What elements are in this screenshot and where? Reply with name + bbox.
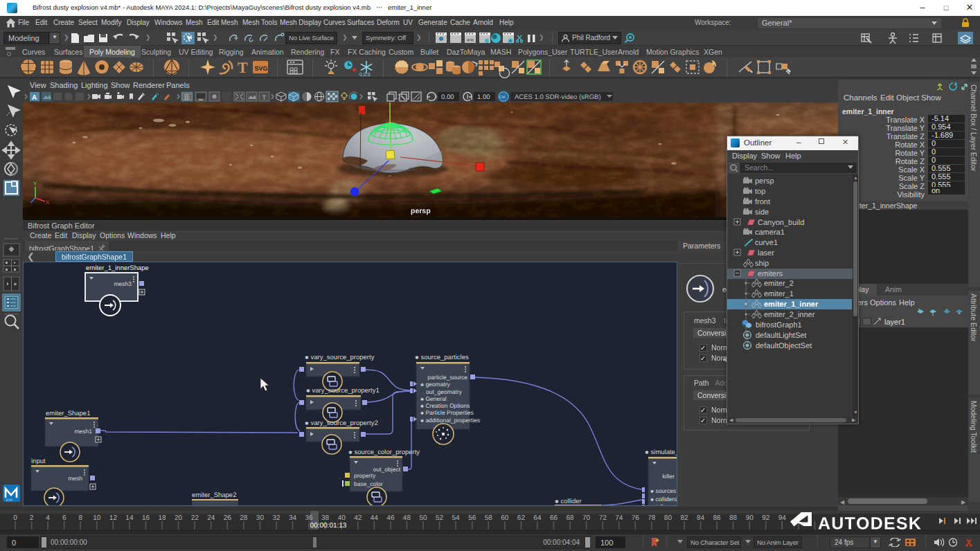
svg-text:✱ influences: ✱ influences xyxy=(650,503,677,505)
svg-text:Y: Y xyxy=(33,181,37,187)
svg-text:T: T xyxy=(262,94,267,101)
svg-text:42: 42 xyxy=(354,514,362,522)
svg-text:emiters: emiters xyxy=(758,270,783,278)
svg-text:emiter_Shape2: emiter_Shape2 xyxy=(192,491,236,499)
svg-text:80: 80 xyxy=(664,514,672,522)
svg-text:✱ sources: ✱ sources xyxy=(650,487,676,494)
svg-text:34: 34 xyxy=(289,514,297,522)
svg-text:64: 64 xyxy=(533,514,542,522)
svg-text:defaultObjectSet: defaultObjectSet xyxy=(756,342,812,350)
svg-text:✱ vary_source_property1: ✱ vary_source_property1 xyxy=(306,387,380,395)
svg-text:✱ Creation Options: ✱ Creation Options xyxy=(420,402,470,409)
svg-text:26: 26 xyxy=(224,514,232,522)
svg-text:✱ source_color_property: ✱ source_color_property xyxy=(348,449,420,456)
svg-text:12: 12 xyxy=(109,514,118,522)
svg-text:curve1: curve1 xyxy=(755,239,778,247)
svg-text:0.00: 0.00 xyxy=(441,93,454,101)
svg-text:1.00: 1.00 xyxy=(477,93,490,101)
svg-text:72: 72 xyxy=(599,514,607,522)
svg-text:ship: ship xyxy=(755,260,769,268)
svg-text:ACES 1.0 SDR-video (sRGB): ACES 1.0 SDR-video (sRGB) xyxy=(515,93,601,101)
svg-text:84: 84 xyxy=(697,514,705,522)
svg-text:30: 30 xyxy=(256,514,265,522)
svg-text:50: 50 xyxy=(419,514,427,522)
svg-text:AYA: AYA xyxy=(6,498,13,503)
svg-text:✱ General: ✱ General xyxy=(420,395,447,402)
svg-text:bifrostGraph1: bifrostGraph1 xyxy=(756,321,802,329)
svg-text:62: 62 xyxy=(517,514,526,522)
svg-text:44: 44 xyxy=(371,514,379,522)
svg-text:94: 94 xyxy=(778,514,787,522)
svg-text:✽ geomatry: ✽ geomatry xyxy=(420,381,451,388)
svg-text:A: A xyxy=(32,94,37,102)
svg-text:✱ Particle Properties: ✱ Particle Properties xyxy=(420,409,474,416)
svg-text:2: 2 xyxy=(30,514,34,522)
svg-text:particle_source: particle_source xyxy=(427,374,467,381)
svg-text:CM: CM xyxy=(499,96,506,100)
svg-text:X: X xyxy=(46,199,50,206)
svg-text:0: 0 xyxy=(13,514,17,522)
svg-text:out_geomatry: out_geomatry xyxy=(426,388,463,395)
svg-text:Canyon_build: Canyon_build xyxy=(758,219,804,227)
svg-text:18: 18 xyxy=(158,514,166,522)
svg-text:emiter_1_innerShape: emiter_1_innerShape xyxy=(86,264,149,272)
svg-text:10: 10 xyxy=(93,514,101,522)
svg-text:mesh1: mesh1 xyxy=(74,428,92,435)
svg-text:emiter_Shape1: emiter_Shape1 xyxy=(46,410,90,417)
svg-text:persp: persp xyxy=(411,207,431,215)
svg-text:32: 32 xyxy=(272,514,280,522)
svg-text:emiter_1_inner: emiter_1_inner xyxy=(764,300,819,309)
svg-text:mesh: mesh xyxy=(68,475,82,482)
svg-text:✱ collider: ✱ collider xyxy=(555,498,582,505)
svg-text:emiter_2_inner: emiter_2_inner xyxy=(764,311,815,319)
svg-text:side: side xyxy=(755,208,769,217)
svg-text:20: 20 xyxy=(175,514,183,522)
svg-text:mesh3: mesh3 xyxy=(114,280,132,287)
svg-text:88: 88 xyxy=(729,514,738,522)
svg-text:IPR: IPR xyxy=(467,38,474,43)
svg-text:16: 16 xyxy=(142,514,150,522)
svg-text:60: 60 xyxy=(501,514,509,522)
svg-text:base_color: base_color xyxy=(354,480,383,487)
svg-text:22: 22 xyxy=(191,514,199,522)
svg-text:52: 52 xyxy=(436,514,444,522)
svg-text:24: 24 xyxy=(207,514,215,522)
svg-text:00:00:01:13: 00:00:01:13 xyxy=(310,522,347,530)
svg-text:camera1: camera1 xyxy=(755,228,785,237)
svg-text:82: 82 xyxy=(680,514,688,522)
svg-text:66: 66 xyxy=(550,514,558,522)
svg-text:✱ vary_source_property: ✱ vary_source_property xyxy=(305,354,375,361)
svg-text:46: 46 xyxy=(386,514,395,522)
svg-text:laser: laser xyxy=(758,249,774,258)
svg-text:86: 86 xyxy=(713,514,722,522)
svg-text:✱ vary_source_property2: ✱ vary_source_property2 xyxy=(305,419,378,427)
svg-text:defaultLightSet: defaultLightSet xyxy=(756,332,806,340)
svg-text:✱ colliders: ✱ colliders xyxy=(650,496,677,503)
svg-text:✱ source_particles: ✱ source_particles xyxy=(415,354,469,361)
svg-text:74: 74 xyxy=(615,514,623,522)
svg-text:78: 78 xyxy=(648,514,656,522)
svg-text:killer: killer xyxy=(663,473,675,480)
svg-text:emiter_2: emiter_2 xyxy=(764,280,794,288)
svg-text:input: input xyxy=(31,458,46,465)
svg-text:property: property xyxy=(354,472,376,479)
svg-text:68: 68 xyxy=(566,514,574,522)
svg-text:56: 56 xyxy=(468,514,476,522)
svg-text:92: 92 xyxy=(762,514,770,522)
svg-text:76: 76 xyxy=(632,514,640,522)
svg-text:90: 90 xyxy=(746,514,754,522)
svg-text:6: 6 xyxy=(62,514,66,522)
svg-text:54: 54 xyxy=(452,514,461,522)
svg-text:48: 48 xyxy=(403,514,411,522)
svg-text:top: top xyxy=(755,188,765,196)
svg-text:40: 40 xyxy=(338,514,346,522)
svg-text:28: 28 xyxy=(240,514,248,522)
svg-text:✱ simulate_parti: ✱ simulate_parti xyxy=(645,449,677,456)
svg-text:front: front xyxy=(755,198,770,206)
svg-text:✱ additional_properties: ✱ additional_properties xyxy=(420,417,480,424)
svg-text:4: 4 xyxy=(46,514,50,522)
svg-text:70: 70 xyxy=(582,514,591,522)
svg-text:36: 36 xyxy=(305,514,314,522)
svg-text:58: 58 xyxy=(485,514,493,522)
svg-text:14: 14 xyxy=(125,514,134,522)
